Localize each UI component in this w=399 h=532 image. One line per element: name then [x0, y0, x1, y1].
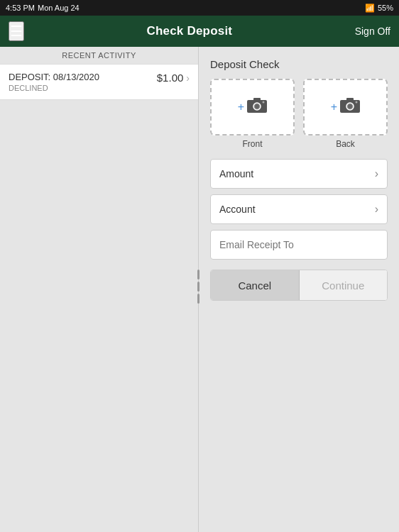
right-panel: Deposit Check + Front — [199, 47, 399, 532]
deposit-amount: $1.00 — [157, 72, 184, 84]
deposit-date-label: DEPOSIT: 08/13/2020 — [9, 72, 99, 82]
battery-level: 55% — [378, 4, 393, 12]
back-plus-icon: + — [331, 101, 337, 113]
account-chevron-icon: › — [375, 203, 378, 216]
deposit-chevron-icon: › — [186, 72, 190, 84]
page-title: Check Deposit — [146, 24, 232, 38]
sign-off-button[interactable]: Sign Off — [355, 26, 390, 37]
deposit-check-title: Deposit Check — [210, 58, 388, 70]
svg-point-2 — [255, 104, 259, 109]
svg-point-9 — [356, 101, 358, 104]
front-photo-label: Front — [242, 139, 262, 149]
status-time-area: 4:53 PM Mon Aug 24 — [6, 4, 80, 12]
amount-label: Amount — [219, 168, 253, 179]
left-panel: RECENT ACTIVITY DEPOSIT: 08/13/2020 DECL… — [0, 47, 199, 532]
amount-chevron-icon: › — [375, 167, 378, 180]
continue-button[interactable]: Continue — [300, 270, 388, 300]
status-time: 4:53 PM — [6, 4, 35, 12]
email-receipt-input[interactable] — [210, 230, 388, 260]
svg-rect-8 — [346, 98, 354, 101]
back-camera-icon — [340, 96, 360, 118]
deposit-amount-area: $1.00 › — [157, 72, 190, 84]
account-label: Account — [219, 204, 256, 215]
amount-field[interactable]: Amount › — [210, 159, 388, 189]
cancel-button[interactable]: Cancel — [211, 270, 300, 300]
menu-button[interactable]: ☰ — [9, 21, 24, 41]
photo-row: + Front + — [210, 79, 388, 149]
deposit-status: DECLINED — [9, 84, 99, 92]
scroll-line-3 — [197, 294, 200, 304]
front-plus-icon: + — [238, 101, 244, 113]
scroll-indicator — [197, 270, 200, 312]
scroll-line-1 — [197, 270, 200, 279]
front-photo-capture[interactable]: + — [210, 79, 295, 135]
deposit-info: DEPOSIT: 08/13/2020 DECLINED — [9, 72, 99, 92]
status-day: Mon Aug 24 — [38, 4, 80, 12]
front-photo-box: + Front — [210, 79, 295, 149]
account-field[interactable]: Account › — [210, 194, 388, 224]
status-indicators: 📶 55% — [365, 4, 393, 13]
back-photo-label: Back — [336, 139, 355, 149]
front-camera-icon — [247, 96, 267, 118]
scroll-line-2 — [197, 282, 200, 292]
deposit-list-item[interactable]: DEPOSIT: 08/13/2020 DECLINED $1.00 › — [0, 64, 198, 100]
svg-point-7 — [348, 104, 352, 109]
svg-rect-3 — [253, 98, 261, 101]
back-photo-capture[interactable]: + — [303, 79, 388, 135]
status-bar: 4:53 PM Mon Aug 24 📶 55% — [0, 0, 399, 16]
recent-activity-header: RECENT ACTIVITY — [0, 47, 198, 64]
wifi-icon: 📶 — [365, 4, 375, 13]
nav-bar: ☰ Check Deposit Sign Off — [0, 16, 399, 47]
button-row: Cancel Continue — [210, 270, 388, 301]
back-photo-box: + Back — [303, 79, 388, 149]
svg-point-4 — [263, 101, 265, 104]
main-layout: RECENT ACTIVITY DEPOSIT: 08/13/2020 DECL… — [0, 47, 399, 532]
